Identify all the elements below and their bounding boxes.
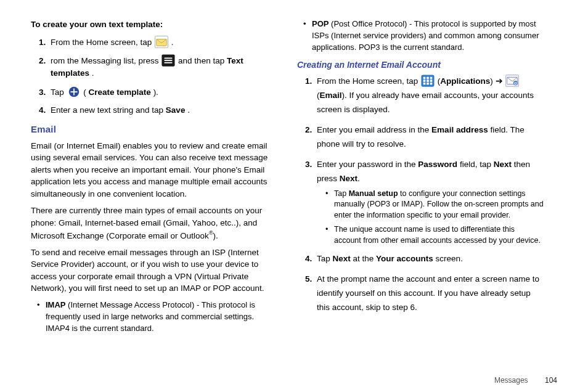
svg-rect-16	[423, 83, 426, 85]
rstep-1-bold1: Applications	[440, 76, 490, 86]
step-1-text-a: From the Home screen, tap	[51, 38, 154, 47]
rstep-3-bold1: Password	[418, 160, 457, 169]
rstep-4-b: at the	[351, 254, 376, 263]
rstep-1-a: From the Home screen, tap	[317, 76, 420, 86]
rstep-4-bold2: Your accounts	[376, 254, 433, 263]
svg-rect-12	[430, 76, 433, 79]
rstep-3-bold3: Next	[340, 174, 357, 183]
svg-rect-3	[165, 58, 173, 59]
manual-page: To create your own text template: From t…	[0, 0, 588, 343]
imap-bold: IMAP	[46, 300, 66, 309]
step-2: rom the Messaging list, press and then t…	[48, 54, 277, 79]
rstep-1: From the Home screen, tap (Applications)…	[314, 75, 544, 117]
svg-text:@: @	[514, 81, 518, 85]
svg-rect-15	[430, 80, 433, 82]
rstep-5: At the prompt name the account and enter…	[314, 272, 544, 315]
step-3-text-a: Tap	[51, 88, 67, 97]
pop-bold: POP	[312, 19, 329, 28]
add-icon	[67, 86, 81, 98]
step-4-bold: Save	[166, 105, 186, 115]
step-1: From the Home screen, tap .	[48, 36, 277, 49]
sub-manual-setup: Tap Manual setup to configure your conne…	[325, 189, 544, 221]
rstep-1-bold2: Email	[320, 91, 342, 100]
footer-page-number: 104	[545, 376, 557, 385]
rstep-3: Enter your password in the Password fiel…	[314, 158, 544, 246]
email-heading: Email	[31, 123, 277, 136]
svg-rect-8	[70, 91, 77, 92]
svg-rect-18	[430, 83, 433, 85]
svg-rect-11	[427, 76, 429, 79]
rstep-3-b: field, tap	[457, 160, 494, 169]
create-account-steps: From the Home screen, tap (Applications)…	[297, 75, 544, 315]
email-para-2: There are currently three main types of …	[31, 205, 277, 241]
step-1-text-b: .	[171, 38, 174, 47]
step-3-text-c: ).	[153, 88, 158, 97]
step-4-text-a: Enter a new text string and tap	[51, 105, 166, 115]
rstep-3-bold2: Next	[494, 160, 512, 169]
rstep-4-bold1: Next	[333, 254, 351, 263]
applications-icon	[421, 75, 435, 87]
rstep-4-c: screen.	[433, 254, 463, 263]
rstep-3-a: Enter your password in the	[317, 160, 418, 169]
pop-item: POP (Post Office Protocol) - This protoc…	[303, 18, 544, 54]
step-2-text-a: rom the Messaging list, press	[51, 56, 161, 65]
rstep-4: Tap Next at the Your accounts screen.	[314, 252, 544, 266]
svg-rect-4	[165, 60, 173, 61]
menu-icon	[161, 54, 175, 67]
sub1-bold: Manual setup	[349, 189, 398, 198]
sub-unique-account: The unique account name is used to diffe…	[325, 224, 544, 246]
svg-rect-17	[427, 83, 429, 85]
page-footer: Messages 104	[494, 376, 557, 385]
step-2-text-b: and then tap	[178, 56, 227, 65]
email-icon: @	[505, 75, 519, 87]
step-4: Enter a new text string and tap Save .	[48, 104, 277, 116]
create-account-heading: Creating an Internet Email Account	[297, 59, 544, 71]
svg-rect-10	[423, 76, 426, 79]
email-para-1: Email (or Internet Email) enables you to…	[31, 140, 277, 200]
rstep-3-sublist: Tap Manual setup to configure your conne…	[317, 189, 544, 247]
step-4-text-b: .	[187, 105, 190, 115]
template-steps: From the Home screen, tap . rom the Mess…	[31, 36, 277, 116]
rstep-2-a: Enter you email address in the	[317, 125, 431, 134]
rstep-2-bold: Email address	[431, 125, 488, 134]
imap-text: (Internet Message Access Protocol) - Thi…	[46, 300, 255, 333]
protocol-list-right: POP (Post Office Protocol) - This protoc…	[297, 18, 544, 54]
email-para-2-b: ).	[213, 231, 218, 240]
rstep-1-c: ) ➔	[490, 76, 505, 86]
svg-rect-5	[165, 62, 173, 63]
step-3-bold: Create template	[89, 88, 151, 97]
imap-item: IMAP (Internet Message Access Protocol) …	[37, 300, 277, 335]
protocol-list-left: IMAP (Internet Message Access Protocol) …	[31, 300, 277, 335]
pop-text: (Post Office Protocol) - This protocol i…	[312, 19, 539, 52]
svg-rect-14	[427, 80, 429, 82]
email-para-2-a: There are currently three main types of …	[31, 206, 262, 240]
svg-rect-13	[423, 80, 426, 82]
registered-mark: ®	[209, 230, 213, 236]
messaging-icon	[155, 36, 168, 48]
template-heading: To create your own text template:	[31, 18, 277, 31]
rstep-1-e: ). If you already have email accounts, y…	[317, 91, 534, 114]
left-column: To create your own text template: From t…	[31, 18, 277, 338]
email-para-3: To send and receive email messages throu…	[31, 247, 277, 295]
footer-section: Messages	[494, 376, 528, 385]
rstep-4-a: Tap	[317, 254, 333, 263]
step-3: Tap ( Create template ).	[48, 86, 277, 99]
step-2-text-c: .	[92, 68, 94, 78]
right-column: POP (Post Office Protocol) - This protoc…	[297, 18, 544, 338]
sub1-a: Tap	[334, 189, 349, 198]
rstep-2: Enter you email address in the Email add…	[314, 123, 544, 152]
step-3-text-b: (	[83, 88, 86, 97]
rstep-3-d: .	[357, 174, 360, 183]
